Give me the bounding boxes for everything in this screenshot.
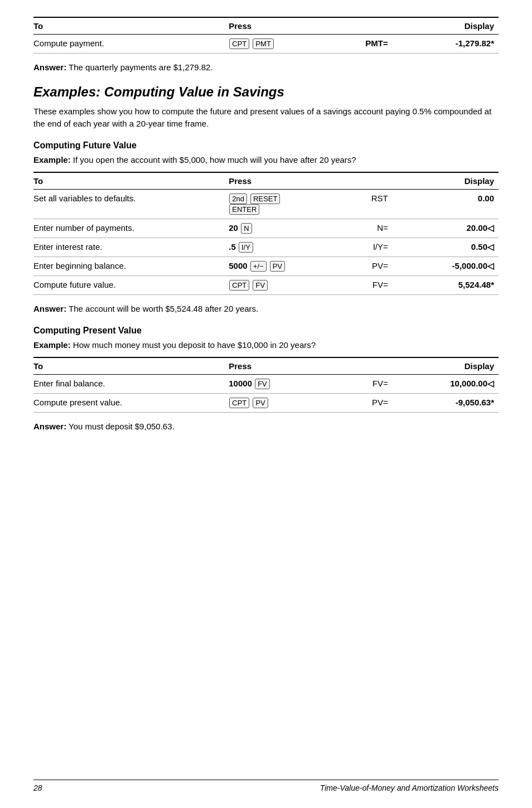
key-cpt3: CPT: [229, 398, 249, 408]
key-pv2: PV: [253, 398, 268, 408]
pv-row0-display-label: FV=: [359, 375, 393, 394]
intro-text: These examples show you how to compute t…: [33, 105, 499, 130]
key-pmt: PMT: [253, 38, 273, 49]
fv-row3-display-label: PV=: [359, 257, 393, 276]
table-row: Enter number of payments. 20 N N= 20.00◁: [33, 219, 499, 238]
fv-row1-display-value: 20.00◁: [393, 219, 499, 238]
fv-row2-display-value: 0.50◁: [393, 238, 499, 257]
present-value-answer: Answer: You must deposit $9,050.63.: [33, 420, 499, 433]
fv-header-to: To: [33, 172, 229, 190]
key-fv2: FV: [255, 379, 270, 389]
key-n: N: [241, 223, 252, 234]
fv-row4-press: CPT FV: [229, 276, 359, 295]
future-value-example: Example: If you open the account with $5…: [33, 154, 499, 167]
present-value-subsection: Computing Present Value: [33, 326, 499, 336]
table-row: Compute payment. CPT PMT PMT= -1,279.82*: [33, 35, 499, 54]
top-table-header-press: Press: [229, 17, 359, 35]
pv-row1-display-value: -9,050.63*: [393, 394, 499, 413]
pv-header-to: To: [33, 357, 229, 375]
page-number: 28: [33, 783, 42, 792]
future-value-subsection: Computing Future Value: [33, 141, 499, 151]
pv-row0-display-value: 10,000.00◁: [393, 375, 499, 394]
pv-row0-to: Enter final balance.: [33, 375, 229, 394]
top-row-to: Compute payment.: [33, 35, 229, 54]
key-enter: ENTER: [229, 204, 259, 215]
top-row-press: CPT PMT: [229, 35, 359, 54]
present-value-example: Example: How much money must you deposit…: [33, 339, 499, 352]
key-iy: I/Y: [239, 242, 253, 253]
footer-title: Time-Value-of-Money and Amortization Wor…: [320, 783, 499, 792]
top-row-display-value: -1,279.82*: [393, 35, 499, 54]
fv-row1-press: 20 N: [229, 219, 359, 238]
key-reset: RESET: [250, 193, 280, 204]
table-row: Compute present value. CPT PV PV= -9,050…: [33, 394, 499, 413]
future-value-table: To Press Display Set all variables to de…: [33, 172, 499, 295]
top-row-display-label: PMT=: [359, 35, 393, 54]
fv-row3-press: 5000 +/− PV: [229, 257, 359, 276]
pv-row1-display-label: PV=: [359, 394, 393, 413]
fv-row1-display-label: N=: [359, 219, 393, 238]
future-value-answer: Answer: The account will be worth $5,524…: [33, 303, 499, 316]
key-fv: FV: [253, 280, 268, 291]
fv-row2-to: Enter interest rate.: [33, 238, 229, 257]
key-cpt2: CPT: [229, 280, 249, 291]
top-table-header-to: To: [33, 17, 229, 35]
key-2nd: 2nd: [229, 193, 247, 204]
fv-row4-display-value: 5,524.48*: [393, 276, 499, 295]
fv-row2-press: .5 I/Y: [229, 238, 359, 257]
pv-header-press: Press: [229, 357, 359, 375]
fv-row0-display-value: 0.00: [393, 190, 499, 219]
table-row: Enter beginning balance. 5000 +/− PV PV=…: [33, 257, 499, 276]
table-row: Compute future value. CPT FV FV= 5,524.4…: [33, 276, 499, 295]
present-value-table: To Press Display Enter final balance. 10…: [33, 357, 499, 413]
fv-row0-to: Set all variables to defaults.: [33, 190, 229, 219]
pv-row1-press: CPT PV: [229, 394, 359, 413]
fv-header-display: Display: [359, 172, 499, 190]
table-row: Enter final balance. 10000 FV FV= 10,000…: [33, 375, 499, 394]
fv-row3-display-value: -5,000.00◁: [393, 257, 499, 276]
table-row: Set all variables to defaults. 2nd RESET…: [33, 190, 499, 219]
fv-row0-display-label: RST: [359, 190, 393, 219]
pv-header-display: Display: [359, 357, 499, 375]
fv-row2-display-label: I/Y=: [359, 238, 393, 257]
key-plusminus: +/−: [250, 261, 267, 272]
section-title: Examples: Computing Value in Savings: [33, 84, 499, 100]
top-table: To Press Display Compute payment. CPT PM…: [33, 17, 499, 54]
fv-row1-to: Enter number of payments.: [33, 219, 229, 238]
key-cpt: CPT: [229, 38, 249, 49]
fv-row4-to: Compute future value.: [33, 276, 229, 295]
table-row: Enter interest rate. .5 I/Y I/Y= 0.50◁: [33, 238, 499, 257]
top-table-header-display: Display: [359, 17, 499, 35]
key-pv: PV: [270, 261, 285, 272]
fv-row3-to: Enter beginning balance.: [33, 257, 229, 276]
fv-row4-display-label: FV=: [359, 276, 393, 295]
pv-row1-to: Compute present value.: [33, 394, 229, 413]
fv-row0-press: 2nd RESET ENTER: [229, 190, 359, 219]
pv-row0-press: 10000 FV: [229, 375, 359, 394]
fv-header-press: Press: [229, 172, 359, 190]
page-footer: 28 Time-Value-of-Money and Amortization …: [33, 780, 499, 792]
top-answer: Answer: The quarterly payments are $1,27…: [33, 61, 499, 74]
